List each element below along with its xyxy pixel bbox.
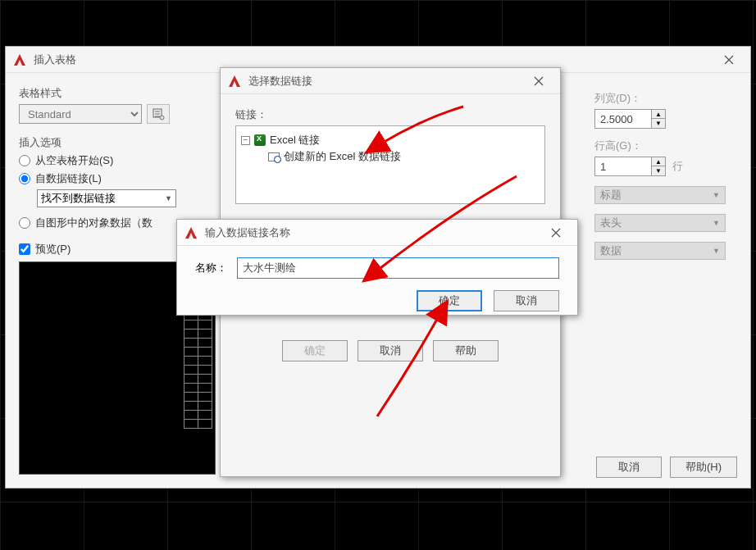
- radio-label: 自数据链接(L): [35, 171, 102, 186]
- close-icon[interactable]: [524, 71, 553, 90]
- new-link-icon: [268, 152, 280, 161]
- checkbox-label: 预览(P): [35, 242, 71, 257]
- row-height-spinner[interactable]: ▲▼: [594, 157, 666, 176]
- enter-name-dialog: 输入数据链接名称 名称： 确定 取消: [176, 219, 578, 316]
- data-link-select[interactable]: 找不到数据链接 ▼: [37, 189, 176, 207]
- cancel-button[interactable]: 取消: [494, 290, 559, 311]
- autocad-icon: [12, 52, 27, 67]
- links-label: 链接：: [235, 107, 545, 122]
- ok-button: 确定: [282, 340, 348, 361]
- titlebar[interactable]: 选择数据链接: [221, 68, 560, 94]
- cell-style-title[interactable]: 标题▼: [594, 186, 726, 204]
- dialog-title: 插入表格: [34, 52, 76, 67]
- chevron-down-icon: ▼: [713, 191, 720, 199]
- row-height-input[interactable]: [594, 157, 652, 176]
- close-icon[interactable]: [541, 223, 571, 242]
- autocad-icon: [184, 225, 198, 240]
- tree-root-excel[interactable]: − Excel 链接: [241, 133, 540, 148]
- style-label: 表格样式: [19, 86, 216, 101]
- help-button[interactable]: 帮助(H): [670, 457, 737, 478]
- chevron-down-icon: ▼: [713, 247, 720, 255]
- col-width-spinner[interactable]: ▲▼: [594, 109, 666, 129]
- radio-label: 从空表格开始(S): [35, 153, 113, 168]
- insert-options-label: 插入选项: [19, 135, 216, 150]
- col-width-input[interactable]: [594, 109, 652, 129]
- tree-label: Excel 链接: [270, 133, 320, 148]
- dialog-title: 输入数据链接名称: [205, 225, 290, 240]
- help-button[interactable]: 帮助: [433, 340, 499, 361]
- spin-up-icon[interactable]: ▲: [652, 157, 665, 166]
- radio-data-link[interactable]: 自数据链接(L): [19, 171, 216, 186]
- name-input[interactable]: [237, 257, 559, 279]
- table-style-select[interactable]: Standard: [19, 104, 142, 124]
- ok-button[interactable]: 确定: [417, 290, 482, 311]
- link-tree[interactable]: − Excel 链接 创建新的 Excel 数据链接: [235, 125, 545, 204]
- chevron-down-icon: ▼: [713, 219, 720, 227]
- tree-collapse-icon[interactable]: −: [241, 136, 250, 145]
- name-label: 名称：: [195, 261, 227, 275]
- excel-icon: [254, 134, 266, 146]
- tree-item-create-link[interactable]: 创建新的 Excel 数据链接: [267, 149, 540, 164]
- data-link-value: 找不到数据链接: [41, 191, 116, 206]
- col-width-label: 列宽(D)：: [594, 91, 734, 106]
- close-icon[interactable]: [714, 50, 744, 69]
- row-height-label: 行高(G)：: [594, 139, 734, 153]
- autocad-icon: [227, 74, 242, 89]
- spin-down-icon[interactable]: ▼: [652, 119, 665, 128]
- cell-style-data[interactable]: 数据▼: [594, 242, 726, 260]
- style-manage-button[interactable]: [147, 104, 170, 124]
- dialog-title: 选择数据链接: [248, 74, 312, 89]
- spin-up-icon[interactable]: ▲: [652, 110, 665, 119]
- cancel-button[interactable]: 取消: [596, 457, 662, 478]
- radio-label: 自图形中的对象数据（数: [35, 216, 153, 230]
- radio-empty-table[interactable]: 从空表格开始(S): [19, 153, 216, 168]
- chevron-down-icon: ▼: [165, 194, 172, 202]
- cell-style-header[interactable]: 表头▼: [594, 214, 726, 232]
- tree-label: 创建新的 Excel 数据链接: [284, 149, 401, 164]
- svg-point-1: [160, 116, 164, 120]
- row-unit: 行: [672, 159, 683, 174]
- titlebar[interactable]: 输入数据链接名称: [177, 220, 577, 246]
- cancel-button[interactable]: 取消: [358, 340, 423, 361]
- spin-down-icon[interactable]: ▼: [652, 166, 665, 175]
